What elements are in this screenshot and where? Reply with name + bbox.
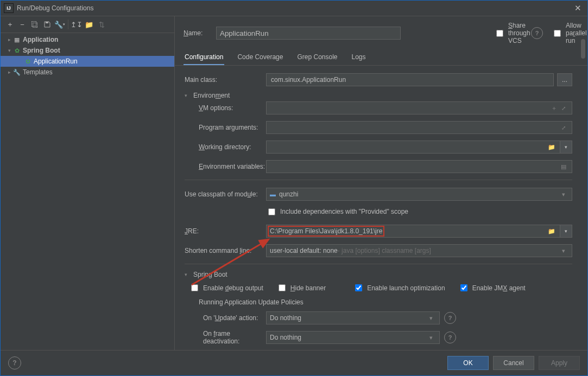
row-vm-options: VM options: ＋ ⤢	[185, 100, 572, 116]
jre-value: C:\Program Files\Java\jdk1.8.0_191\jre	[270, 227, 382, 235]
shorten-hint: - java [options] classname [args]	[338, 247, 431, 254]
window-title: Run/Debug Configurations	[17, 4, 571, 12]
order-icon[interactable]: ⇅	[96, 18, 108, 30]
folder-icon[interactable]: 📁	[547, 228, 557, 235]
row-working-dir: Working directory: 📁 ▾	[185, 139, 572, 155]
spring-boot-icon: ✿	[12, 47, 21, 54]
env-vars-input[interactable]: ▤	[266, 160, 572, 173]
folder-icon[interactable]: 📁	[547, 144, 557, 151]
separator	[185, 264, 572, 264]
scrollbar[interactable]	[581, 39, 585, 348]
on-update-value: Do nothing	[270, 314, 301, 322]
expand-icon[interactable]: ⤢	[559, 105, 568, 111]
chevron-right-icon: ▸	[6, 69, 12, 75]
tabs: Configuration Code Coverage Grep Console…	[175, 50, 587, 66]
enable-jmx-checkbox[interactable]: Enable JMX agent	[458, 283, 526, 293]
program-args-input[interactable]: ⤢	[266, 121, 572, 134]
row-env-vars: Environment variables: ▤	[185, 159, 572, 174]
label-shorten: Shorten command line:	[185, 247, 266, 254]
share-vcs-checkbox[interactable]: Share through VCS	[494, 22, 521, 44]
chevron-down-icon[interactable]: ▾	[559, 247, 568, 254]
chevron-down-icon[interactable]: ▾	[426, 315, 436, 322]
on-update-help-icon[interactable]: ?	[444, 312, 456, 324]
spring-boot-icon: ✿	[23, 58, 32, 65]
tree-application[interactable]: ▸ ▦ Application	[1, 34, 174, 45]
copy-icon[interactable]: ⿻	[29, 18, 41, 30]
working-dir-dropdown[interactable]: ▾	[560, 141, 572, 154]
row-shorten: Shorten command line: user-local default…	[185, 243, 572, 258]
svg-rect-0	[46, 22, 48, 23]
on-frame-help-icon[interactable]: ?	[444, 332, 456, 343]
label-program-args: Program arguments:	[185, 124, 266, 131]
row-on-frame: On frame deactivation: Do nothing ▾ ?	[185, 330, 572, 345]
close-icon[interactable]: ✕	[571, 3, 584, 13]
tab-logs[interactable]: Logs	[351, 50, 367, 65]
section-spring-boot[interactable]: ▾ Spring Boot	[185, 271, 572, 278]
section-environment[interactable]: ▾ Environment	[185, 92, 572, 99]
shorten-combo[interactable]: user-local default: none - java [options…	[266, 244, 572, 257]
label-main-class: Main class:	[185, 76, 266, 84]
on-update-combo[interactable]: Do nothing ▾	[266, 311, 440, 324]
ok-button[interactable]: OK	[447, 356, 489, 370]
tree-label: ApplicationRun	[34, 58, 78, 65]
list-icon[interactable]: ▤	[559, 163, 568, 170]
jre-input[interactable]: C:\Program Files\Java\jdk1.8.0_191\jre 📁	[266, 225, 560, 238]
row-jre: JRE: C:\Program Files\Java\jdk1.8.0_191\…	[185, 224, 572, 239]
chevron-down-icon[interactable]: ▾	[426, 334, 436, 341]
label-env-vars: Environment variables:	[185, 163, 266, 170]
plus-icon[interactable]: ＋	[549, 104, 559, 112]
help-icon[interactable]: ?	[8, 356, 21, 369]
main-split: ＋ − ⿻ 🔧▾ ↥↧ 📁 ⇅ ▸ ▦ Application	[1, 16, 587, 350]
form-scroll[interactable]: Main class: ... ▾ Environment VM options…	[175, 66, 587, 350]
enable-debug-checkbox[interactable]: Enable debug output	[189, 283, 263, 293]
browse-main-class-button[interactable]: ...	[557, 73, 572, 86]
tab-configuration[interactable]: Configuration	[184, 50, 224, 65]
tree-applicationrun[interactable]: ✿ ApplicationRun	[1, 56, 174, 67]
hide-banner-checkbox[interactable]: Hide banner	[276, 283, 326, 293]
row-main-class: Main class: ...	[185, 72, 572, 87]
label-vm-options: VM options:	[185, 104, 266, 112]
separator	[68, 20, 68, 29]
classpath-value: qunzhi	[279, 190, 298, 198]
config-tree[interactable]: ▸ ▦ Application ▾ ✿ Spring Boot ✿ Applic…	[1, 33, 174, 350]
vm-options-input[interactable]: ＋ ⤢	[266, 101, 572, 114]
tree-spring-boot[interactable]: ▾ ✿ Spring Boot	[1, 45, 174, 56]
label-on-update: On 'Update' action:	[185, 314, 266, 322]
chevron-down-icon[interactable]: ▾	[559, 191, 568, 198]
classpath-combo[interactable]: ▬ qunzhi ▾	[266, 188, 572, 201]
titlebar: IJ Run/Debug Configurations ✕	[1, 1, 587, 16]
main-class-input[interactable]	[266, 73, 554, 86]
name-row: Name: Share through VCS ? Allow parallel…	[175, 22, 587, 50]
wrench-icon[interactable]: 🔧▾	[54, 18, 66, 30]
folder-icon[interactable]: 📁	[83, 18, 95, 30]
include-deps-checkbox[interactable]: Include dependencies with "Provided" sco…	[266, 207, 408, 217]
apply-button[interactable]: Apply	[539, 356, 580, 370]
enable-launch-checkbox[interactable]: Enable launch optimization	[353, 283, 445, 293]
wrench-icon: 🔧	[12, 69, 21, 76]
subhead-policies: Running Application Update Policies	[185, 298, 572, 306]
tab-code-coverage[interactable]: Code Coverage	[236, 50, 284, 65]
chevron-down-icon: ▾	[6, 48, 12, 53]
module-icon: ▬	[270, 191, 276, 197]
share-vcs-help-icon[interactable]: ?	[531, 27, 543, 39]
label-classpath: Use classpath of module:	[185, 190, 266, 198]
tab-grep-console[interactable]: Grep Console	[296, 50, 338, 65]
sidebar-toolbar: ＋ − ⿻ 🔧▾ ↥↧ 📁 ⇅	[1, 16, 174, 33]
expand-icon[interactable]: ⤢	[559, 125, 568, 131]
save-icon[interactable]	[41, 18, 53, 30]
jre-dropdown[interactable]: ▾	[560, 225, 572, 238]
tree-templates[interactable]: ▸ 🔧 Templates	[1, 67, 174, 78]
remove-icon[interactable]: −	[16, 18, 28, 30]
sidebar: ＋ − ⿻ 🔧▾ ↥↧ 📁 ⇅ ▸ ▦ Application	[1, 16, 175, 350]
name-input[interactable]	[216, 27, 401, 40]
working-dir-input[interactable]: 📁	[266, 141, 560, 154]
add-icon[interactable]: ＋	[4, 18, 16, 30]
on-frame-value: Do nothing	[270, 334, 301, 341]
cancel-button[interactable]: Cancel	[493, 356, 534, 370]
collapse-icon[interactable]: ↥↧	[71, 18, 83, 30]
name-label: Name:	[184, 29, 211, 37]
allow-parallel-checkbox[interactable]: Allow parallel run	[552, 22, 579, 44]
on-frame-combo[interactable]: Do nothing ▾	[266, 331, 440, 344]
scrollbar-thumb[interactable]	[581, 39, 585, 59]
row-program-args: Program arguments: ⤢	[185, 120, 572, 135]
